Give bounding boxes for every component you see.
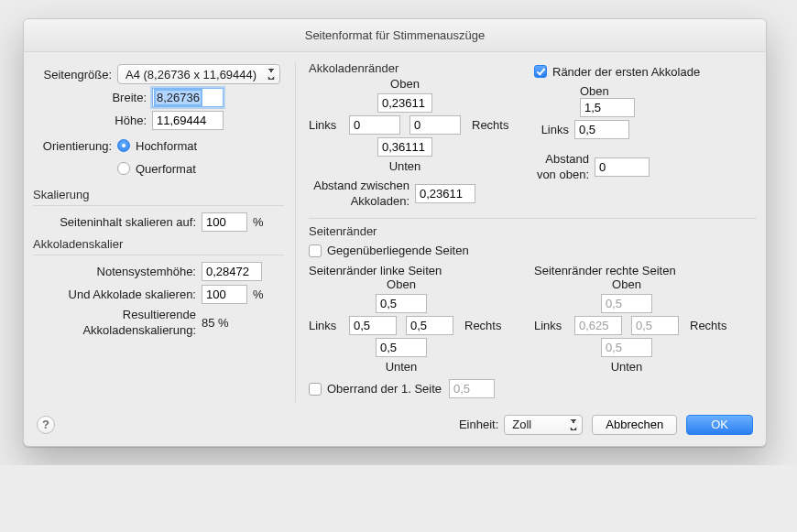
sys-left-input[interactable]	[349, 115, 400, 135]
lp-bottom-label: Unten	[386, 360, 418, 374]
rp-right-input	[631, 316, 679, 335]
first-dist-input[interactable]	[595, 157, 650, 177]
accolade-scale-title: Akkoladenskalier	[33, 237, 284, 251]
lp-bottom-input[interactable]	[376, 338, 427, 357]
lp-left-input[interactable]	[349, 316, 397, 335]
lp-top-input[interactable]	[376, 294, 427, 313]
sys-bottom-input[interactable]	[377, 137, 432, 157]
first-sys-check-label: Ränder der ersten Akkolade	[552, 65, 700, 79]
rp-right-label: Rechts	[690, 319, 723, 332]
scale-page-input[interactable]	[202, 212, 247, 232]
percent-1: %	[253, 215, 264, 229]
lp-right-label: Rechts	[464, 319, 497, 332]
sys-margins-title: Akkoladenränder	[309, 61, 534, 75]
first-dist-label-2: von oben:	[534, 168, 589, 183]
ok-button[interactable]: OK	[686, 415, 753, 435]
lp-top-label: Oben	[387, 277, 416, 291]
width-input[interactable]: 8,26736	[152, 88, 224, 107]
scale-accolade-label: Und Akkolade skalieren:	[33, 288, 202, 301]
sys-bottom-label: Unten	[389, 159, 421, 173]
right-pages-title: Seitenränder rechte Seiten	[534, 264, 757, 277]
facing-pages-label: Gegenüberliegende Seiten	[327, 244, 469, 257]
landscape-label: Querformat	[136, 162, 196, 176]
portrait-label: Hochformat	[136, 139, 197, 153]
result-label-2: Akkoladenskalierung:	[33, 323, 196, 339]
rp-bottom-input	[601, 338, 652, 357]
percent-2: %	[253, 288, 264, 301]
rp-bottom-label: Unten	[611, 360, 643, 374]
orientation-label: Orientierung:	[33, 139, 117, 153]
help-button[interactable]: ?	[37, 416, 55, 434]
result-label-1: Resultierende	[33, 308, 196, 323]
facing-pages-check[interactable]	[309, 244, 322, 257]
sys-right-label: Rechts	[472, 118, 505, 132]
page-size-label: Seitengröße:	[33, 68, 117, 81]
height-input[interactable]	[152, 111, 224, 130]
first-left-input[interactable]	[574, 120, 629, 139]
unit-value: Zoll	[512, 418, 531, 431]
first-page-top-label: Oberrand der 1. Seite	[327, 382, 442, 396]
rp-top-input	[601, 294, 652, 313]
sys-top-label: Oben	[390, 77, 420, 91]
page-size-select[interactable]: A4 (8,26736 x 11,69444)	[117, 64, 280, 84]
cancel-button[interactable]: Abbrechen	[592, 415, 677, 435]
rp-left-input	[574, 316, 622, 335]
sys-left-label: Links	[309, 118, 342, 132]
first-dist-label-1: Abstand	[534, 152, 589, 168]
between-input[interactable]	[415, 184, 475, 203]
page-margins-title: Seitenränder	[309, 218, 757, 238]
unit-label: Einheit:	[459, 418, 498, 431]
first-sys-check[interactable]	[534, 65, 547, 78]
scale-accolade-input[interactable]	[202, 285, 247, 304]
dialog-title: Seitenformat für Stimmenauszüge	[24, 19, 766, 52]
between-label-1: Abstand zwischen	[309, 179, 409, 194]
portrait-radio[interactable]	[117, 139, 130, 152]
width-label: Breite:	[33, 91, 152, 104]
first-page-top-input	[449, 379, 495, 398]
first-page-top-check[interactable]	[309, 383, 322, 396]
rp-left-label: Links	[534, 319, 567, 332]
left-column: Seitengröße: A4 (8,26736 x 11,69444) Bre…	[33, 61, 295, 402]
rp-top-label: Oben	[612, 277, 641, 291]
first-top-label: Oben	[580, 84, 757, 98]
sys-top-input[interactable]	[377, 93, 432, 113]
scale-page-label: Seiteninhalt skalieren auf:	[33, 215, 202, 229]
first-top-input[interactable]	[580, 98, 635, 117]
result-value: 85 %	[202, 316, 229, 330]
height-label: Höhe:	[33, 114, 152, 127]
scaling-title: Skalierung	[33, 188, 284, 201]
lp-left-label: Links	[309, 319, 342, 332]
left-pages-title: Seitenränder linke Seiten	[309, 264, 534, 277]
staff-height-input[interactable]	[202, 262, 262, 281]
unit-select[interactable]: Zoll	[504, 415, 583, 435]
between-label-2: Akkoladen:	[309, 194, 409, 210]
staff-height-label: Notensystemhöhe:	[33, 265, 202, 278]
page-format-dialog: Seitenformat für Stimmenauszüge Seitengr…	[23, 18, 767, 447]
landscape-radio[interactable]	[117, 162, 130, 175]
right-column: Akkoladenränder Oben Links Rechts Unten	[295, 61, 757, 402]
first-left-label: Links	[534, 123, 574, 136]
page-size-value: A4 (8,26736 x 11,69444)	[126, 68, 257, 81]
lp-right-input[interactable]	[406, 316, 453, 335]
sys-right-input[interactable]	[409, 115, 461, 135]
